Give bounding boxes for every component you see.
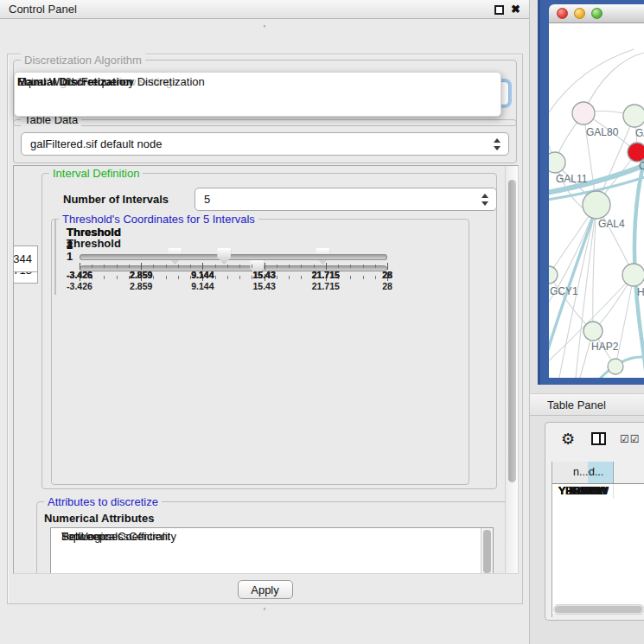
column-header-name[interactable]: n... <box>552 462 588 483</box>
tab-infer-network[interactable]: Infer Network <box>265 609 265 609</box>
tick-mark <box>166 265 167 268</box>
close-traffic-light-icon[interactable] <box>557 8 568 19</box>
tick-label: 21.715 <box>312 270 340 280</box>
table-rows: YDL19...YDL19...YDR27...YDR27...YBR043CY… <box>552 484 644 614</box>
network-node-ga[interactable] <box>623 105 644 127</box>
node-label: H <box>637 286 644 298</box>
table-hscrollbar[interactable] <box>553 604 644 615</box>
tab-cyni-toolbox[interactable]: Cyni Toolbox <box>265 26 265 27</box>
tick-mark <box>202 263 203 270</box>
network-edge[interactable] <box>593 205 596 331</box>
tick-mark <box>104 265 105 268</box>
threshold-panel-4: Threshold 4-3.4262.8599.14415.4321.71528 <box>54 220 56 284</box>
tick-mark <box>387 263 388 270</box>
network-node-hap2[interactable] <box>583 322 603 341</box>
network-window-titlebar[interactable] <box>549 4 644 23</box>
tab-jactivemnodules[interactable]: jActiveMNodules <box>265 26 265 27</box>
gear-icon[interactable]: ⚙ <box>561 430 575 449</box>
table-hscrollbar-thumb[interactable] <box>555 606 642 613</box>
group-title: Attributes to discretize <box>44 495 162 508</box>
tick-mark <box>252 265 252 268</box>
network-node-gal4[interactable] <box>583 191 610 219</box>
network-window: GAL80GACGAL11GAL4GCY1HHAP2 <box>538 0 644 385</box>
settings-scrollbar[interactable] <box>505 166 518 573</box>
tick-label: 2.859 <box>130 270 152 280</box>
apply-button[interactable]: Apply <box>238 580 293 599</box>
tick-mark <box>178 265 179 268</box>
tick-mark <box>129 265 130 268</box>
interval-definition-group: Interval Definition Number of Intervals … <box>41 173 497 489</box>
tab-network[interactable]: Network <box>265 26 265 27</box>
split-panel-icon[interactable] <box>591 432 606 445</box>
network-node-gal80[interactable] <box>572 102 595 124</box>
numerical-attributes-list[interactable]: SelfLoopsTopologicalCoefficientBetweenne… <box>50 527 494 574</box>
tick-mark <box>80 263 80 270</box>
node-label: GAL80 <box>586 126 619 138</box>
tick-mark <box>239 265 240 268</box>
network-node-h[interactable] <box>622 264 644 286</box>
network-node[interactable] <box>608 359 623 374</box>
threshold-4-value-input[interactable] <box>13 245 38 272</box>
list-scrollbar[interactable] <box>481 528 493 574</box>
settings-scrollbar-thumb[interactable] <box>508 180 516 482</box>
tick-mark <box>215 265 216 268</box>
numerical-attributes-label: Numerical Attributes <box>44 512 154 525</box>
tick-mark <box>314 265 315 268</box>
list-scrollbar-thumb[interactable] <box>483 530 491 573</box>
table-data-selected-value: galFiltered.sif default node <box>30 133 162 155</box>
control-panel-window: Control Panel ✖ Network Style <box>0 0 530 644</box>
node-label: HAP2 <box>591 341 619 353</box>
cyni-toolbox-panel: Discretization Algorithm Select algorith… <box>7 54 523 604</box>
tick-mark <box>338 265 339 268</box>
node-label: GAL4 <box>598 218 625 230</box>
node-label: GAL11 <box>556 173 588 185</box>
tick-mark <box>326 263 327 270</box>
tab-style[interactable]: Style <box>265 26 265 27</box>
network-canvas[interactable]: GAL80GACGAL11GAL4GCY1HHAP2 <box>549 23 644 378</box>
thresholds-group: Threshold's Coordinates for 5 Intervals … <box>51 219 469 485</box>
control-panel-titlebar: Control Panel ✖ <box>0 0 529 19</box>
control-panel-tabbar: Network Style Select Cyni Toolbox jActiv… <box>0 25 529 49</box>
slider-ticks <box>80 263 387 270</box>
tab-impute-data[interactable]: Impute Data <box>265 609 265 609</box>
network-node-c[interactable] <box>628 143 644 162</box>
network-node-gal11[interactable] <box>549 152 565 173</box>
tick-mark <box>141 263 142 270</box>
tick-mark <box>375 265 376 268</box>
slider-track[interactable] <box>80 254 387 260</box>
group-title: Discretization Algorithm <box>21 54 145 67</box>
float-window-icon[interactable] <box>494 5 504 15</box>
table-header-row: shared... n... <box>552 462 644 484</box>
tab-discretize-data[interactable]: Discretize Data <box>265 609 265 609</box>
num-intervals-combobox[interactable]: 5 <box>194 188 497 211</box>
table-panel-titlebar: Table Panel <box>530 393 644 416</box>
node-label: GCY1 <box>550 285 578 297</box>
tick-mark <box>350 265 351 268</box>
attributes-group: Attributes to discretize Numerical Attri… <box>36 501 508 574</box>
zoom-traffic-light-icon[interactable] <box>591 8 603 19</box>
node-label: GA <box>635 127 644 139</box>
attribute-item[interactable]: BetweennessCentrality <box>61 530 176 544</box>
tab-select[interactable]: Select <box>265 26 265 27</box>
screen: Control Panel ✖ Network Style <box>0 0 644 644</box>
close-icon[interactable]: ✖ <box>511 3 520 16</box>
bottom-tabbar: Impute Data Discretize Data Infer Networ… <box>0 608 529 630</box>
right-region: GAL80GACGAL11GAL4GCY1HHAP2 Table Panel ⚙… <box>530 0 644 644</box>
settings-scroll-area: Interval Definition Number of Intervals … <box>13 165 519 574</box>
tick-label: 9.144 <box>191 270 214 280</box>
column-select-icon[interactable]: ☑☑ <box>620 433 641 445</box>
table-data-combobox[interactable]: galFiltered.sif default node <box>21 132 509 156</box>
dropdown-option-equal-width-frequency[interactable]: Equal Width/Frequency Discretization <box>15 75 207 89</box>
minimize-traffic-light-icon[interactable] <box>574 8 585 19</box>
network-node-gcy1[interactable] <box>549 266 558 284</box>
tick-mark <box>265 263 265 270</box>
tick-mark <box>117 265 118 268</box>
num-intervals-value: 5 <box>204 188 210 210</box>
tick-mark <box>153 265 154 268</box>
num-intervals-label: Number of Intervals <box>63 193 169 206</box>
threshold-4-slider[interactable]: -3.4262.8599.14415.4321.71528 <box>80 246 387 283</box>
panel-title: Control Panel <box>9 3 77 16</box>
combobox-stepper-icon <box>494 138 501 150</box>
cell-name: YIL052C <box>552 484 601 499</box>
group-title: Interval Definition <box>49 167 143 180</box>
